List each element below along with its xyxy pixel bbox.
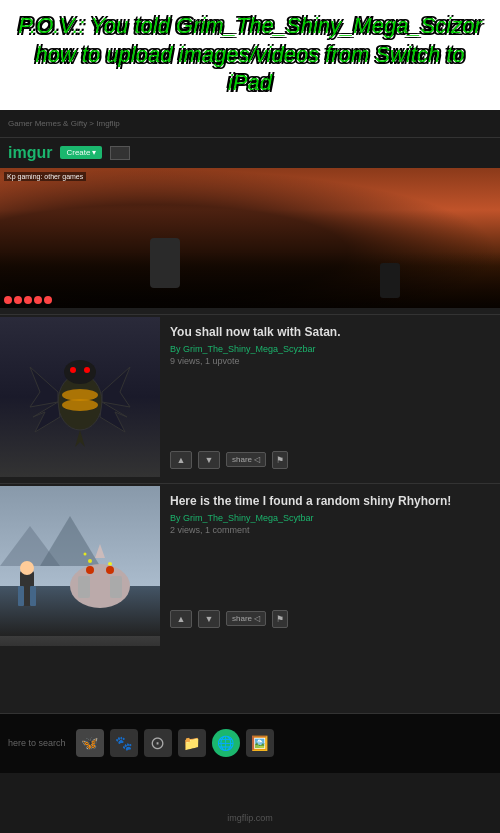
hud-bottom [4, 296, 52, 304]
nav-tag: Gamer Memes & Gifty > Imgflip [8, 119, 120, 128]
taskbar-icon-folder[interactable]: 📁 [178, 729, 206, 757]
taskbar-icon-paw[interactable]: 🐾 [110, 729, 138, 757]
divider-2 [0, 483, 500, 484]
banner-text: P.O.V.: You told Grim_The_Shiny_Mega_Sci… [16, 12, 484, 98]
hud-label: Kp gaming: other games [4, 172, 86, 181]
flag-button-3[interactable]: ⚑ [272, 610, 288, 628]
create-label: Create [66, 148, 90, 157]
upvote-button-3[interactable]: ▲ [170, 610, 192, 628]
imgur-header[interactable]: imgur Create ▾ [0, 138, 500, 168]
chevron-down-icon: ▾ [92, 148, 96, 157]
post-2-author: By Grim_The_Shiny_Mega_Scyzbar [170, 344, 490, 354]
svg-point-22 [86, 566, 94, 574]
downvote-button-2[interactable]: ▼ [198, 451, 220, 469]
post-3-stats: 2 views, 1 comment [170, 525, 490, 535]
post-2-title: You shall now talk with Satan. [170, 325, 490, 341]
game-character-2 [380, 263, 400, 298]
rhyhorn-image [0, 486, 160, 646]
share-button-2[interactable]: share ◁ [226, 452, 266, 467]
share-button-3[interactable]: share ◁ [226, 611, 266, 626]
post-2-stats: 9 views, 1 upvote [170, 356, 490, 366]
post-full-width[interactable]: Kp gaming: other games [0, 168, 500, 308]
divider-1 [0, 314, 500, 315]
upvote-button-2[interactable]: ▲ [170, 451, 192, 469]
giratina-svg [25, 337, 135, 457]
svg-rect-13 [30, 586, 36, 606]
svg-rect-12 [18, 586, 24, 606]
downvote-button-3[interactable]: ▼ [198, 610, 220, 628]
hud-dot-5 [44, 296, 52, 304]
post-giratina-thumbnail[interactable] [0, 317, 160, 477]
giratina-image [0, 317, 160, 477]
game-screenshot-image: Kp gaming: other games [0, 168, 500, 308]
post-3-actions: ▲ ▼ share ◁ ⚑ [170, 610, 490, 628]
screen-container: Gamer Memes & Gifty > Imgflip imgur Crea… [0, 110, 500, 773]
hud-dot-1 [4, 296, 12, 304]
taskbar-icon-photo[interactable]: 🖼️ [246, 729, 274, 757]
svg-point-11 [20, 561, 34, 575]
hud-dot-4 [34, 296, 42, 304]
taskbar-search-text: here to search [8, 738, 66, 748]
post-rhyhorn-info: Here is the time I found a random shiny … [160, 486, 500, 636]
imgur-content: Kp gaming: other games [0, 168, 500, 713]
post-rhyhorn: Here is the time I found a random shiny … [0, 486, 500, 636]
top-banner: P.O.V.: You told Grim_The_Shiny_Mega_Sci… [0, 0, 500, 110]
flag-button-2[interactable]: ⚑ [272, 451, 288, 469]
game-character-1 [150, 238, 180, 288]
svg-point-14 [88, 559, 92, 563]
imgur-logo: imgur [8, 144, 52, 162]
taskbar-icon-browser[interactable]: 🌐 [212, 729, 240, 757]
svg-rect-20 [110, 576, 122, 598]
taskbar-icon-butterfly[interactable]: 🦋 [76, 729, 104, 757]
svg-point-23 [106, 566, 114, 574]
svg-point-5 [84, 367, 90, 373]
rhyhorn-scene-svg [0, 486, 160, 636]
svg-point-4 [70, 367, 76, 373]
svg-point-17 [84, 552, 87, 555]
share-icon-3: ◁ [254, 614, 260, 623]
svg-point-3 [64, 360, 96, 384]
imgur-top-bar: Gamer Memes & Gifty > Imgflip [0, 110, 500, 138]
svg-rect-19 [78, 576, 90, 598]
share-label-2: share [232, 455, 252, 464]
hud-dot-3 [24, 296, 32, 304]
hud-dot-2 [14, 296, 22, 304]
post-rhyhorn-thumbnail[interactable] [0, 486, 160, 646]
taskbar-icon-circle[interactable]: ⊙ [144, 729, 172, 757]
post-2-actions: ▲ ▼ share ◁ ⚑ [170, 451, 490, 469]
share-icon-2: ◁ [254, 455, 260, 464]
post-3-title: Here is the time I found a random shiny … [170, 494, 490, 510]
create-button[interactable]: Create ▾ [60, 146, 102, 159]
taskbar: here to search 🦋 🐾 ⊙ 📁 🌐 🖼️ [0, 713, 500, 773]
search-icon[interactable] [110, 146, 130, 160]
post-giratina-info: You shall now talk with Satan. By Grim_T… [160, 317, 500, 477]
post-giratina: You shall now talk with Satan. By Grim_T… [0, 317, 500, 477]
share-label-3: share [232, 614, 252, 623]
svg-point-2 [62, 399, 98, 411]
watermark-text: imgflip.com [227, 813, 273, 823]
post-3-author: By Grim_The_Shiny_Mega_Scytbar [170, 513, 490, 523]
